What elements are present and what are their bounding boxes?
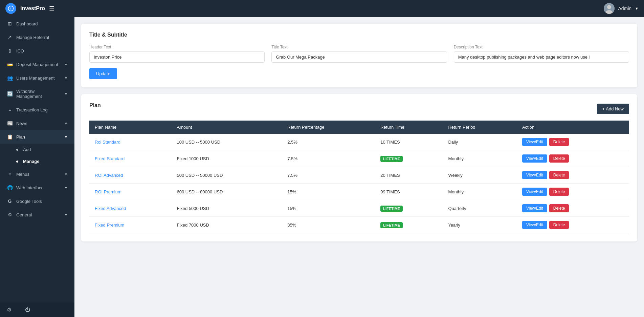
- return-time-value: 10 TIMES: [380, 140, 400, 145]
- plan-heading: Plan: [89, 102, 101, 108]
- withdraw-icon: 🔄: [7, 91, 13, 97]
- settings-icon[interactable]: ⚙: [7, 307, 12, 313]
- view-edit-button[interactable]: View/Edit: [522, 188, 547, 196]
- plan-name-link[interactable]: Fixed Premium: [95, 223, 124, 228]
- cell-amount: 600 USD -- 80000 USD: [171, 184, 282, 200]
- update-button[interactable]: Update: [89, 68, 117, 79]
- col-return-period: Return Period: [443, 121, 517, 134]
- sidebar-item-plan[interactable]: 📋 Plan ▼: [0, 130, 74, 144]
- users-chevron-icon: ▼: [64, 76, 68, 80]
- sidebar-item-general[interactable]: ⚙ General ▼: [0, 208, 74, 221]
- sidebar-item-dashboard[interactable]: ⊞ Dashboard: [0, 17, 74, 30]
- col-return-time: Return Time: [375, 121, 443, 134]
- delete-button[interactable]: Delete: [549, 154, 569, 163]
- sidebar-item-menus[interactable]: ≡ Menus ▼: [0, 167, 74, 181]
- delete-button[interactable]: Delete: [549, 204, 569, 212]
- plan-add-dot: [16, 149, 18, 151]
- sidebar-item-google-tools[interactable]: G Google Tools: [0, 194, 74, 208]
- cell-return-pct: 2.5%: [282, 134, 375, 150]
- view-edit-button[interactable]: View/Edit: [522, 204, 547, 212]
- sidebar-item-users-management[interactable]: 👥 Users Management ▼: [0, 71, 74, 85]
- admin-name[interactable]: Admin: [618, 6, 631, 11]
- app-name: InvestPro: [20, 5, 45, 12]
- plan-chevron-icon: ▼: [64, 135, 68, 139]
- sidebar-item-deposit-management[interactable]: 💳 Deposit Management ▼: [0, 58, 74, 71]
- action-buttons: View/Edit Delete: [522, 221, 624, 229]
- plan-name-link[interactable]: ROI Advanced: [95, 173, 123, 178]
- ico-icon: ₿: [7, 48, 13, 54]
- svg-point-3: [607, 5, 611, 9]
- view-edit-button[interactable]: View/Edit: [522, 154, 547, 163]
- admin-chevron-icon[interactable]: ▼: [635, 6, 639, 10]
- return-time-value: 20 TIMES: [380, 173, 400, 178]
- view-edit-button[interactable]: View/Edit: [522, 138, 547, 146]
- cell-amount: 100 USD -- 5000 USD: [171, 134, 282, 150]
- cell-return-period: Yearly: [443, 217, 517, 233]
- sidebar-label-web-interface: Web Interface: [16, 185, 61, 190]
- sidebar-sub-plan-manage[interactable]: Manage: [0, 155, 74, 167]
- sidebar-item-web-interface[interactable]: 🌐 Web Interface ▼: [0, 181, 74, 194]
- cell-plan-name: Fixed Advanced: [89, 200, 171, 217]
- sidebar-label-manage-referral: Manage Referral: [16, 35, 68, 40]
- title-subtitle-heading: Title & Subtitle: [89, 32, 629, 38]
- cell-return-time: 99 TIMES: [375, 184, 443, 200]
- avatar: [604, 3, 615, 14]
- col-return-pct: Return Percentage: [282, 121, 375, 134]
- header-text-group: Header Text: [89, 45, 265, 63]
- plan-card: Plan + Add New Plan Name Amount Return P…: [81, 94, 637, 241]
- withdraw-chevron-icon: ▼: [64, 92, 68, 96]
- cell-action: View/Edit Delete: [517, 200, 629, 217]
- dashboard-icon: ⊞: [7, 21, 13, 26]
- description-text-group: Description Text: [454, 45, 629, 63]
- plan-table-head: Plan Name Amount Return Percentage Retur…: [89, 121, 629, 134]
- delete-button[interactable]: Delete: [549, 188, 569, 196]
- title-text-input[interactable]: [271, 51, 447, 63]
- delete-button[interactable]: Delete: [549, 221, 569, 229]
- header-text-input[interactable]: [89, 51, 265, 63]
- plan-icon: 📋: [7, 134, 13, 140]
- cell-plan-name: Fixed Premium: [89, 217, 171, 233]
- sidebar-item-transaction-log[interactable]: ≡ Transaction Log: [0, 103, 74, 117]
- plan-name-link[interactable]: Fixed Advanced: [95, 206, 126, 211]
- topbar-right: Admin ▼: [604, 3, 639, 14]
- title-subtitle-form-row: Header Text Title Text Description Text: [89, 45, 629, 63]
- sidebar-item-news[interactable]: 📰 News ▼: [0, 117, 74, 130]
- power-icon[interactable]: ⏻: [25, 307, 30, 313]
- deposit-icon: 💳: [7, 62, 13, 67]
- cell-return-pct: 15%: [282, 184, 375, 200]
- view-edit-button[interactable]: View/Edit: [522, 221, 547, 229]
- title-text-label: Title Text: [271, 45, 447, 49]
- plan-name-link[interactable]: Roi Standard: [95, 140, 120, 145]
- sidebar-bottom: ⚙ ⏻: [0, 302, 74, 317]
- cell-amount: Fixed 1000 USD: [171, 150, 282, 167]
- delete-button[interactable]: Delete: [549, 138, 569, 146]
- view-edit-button[interactable]: View/Edit: [522, 171, 547, 179]
- sidebar-item-withdraw-management[interactable]: 🔄 Withdraw Management ▼: [0, 85, 74, 103]
- topbar-left: i InvestPro ☰: [5, 3, 54, 14]
- plan-name-link[interactable]: ROI Premium: [95, 189, 121, 194]
- add-new-button[interactable]: + Add New: [597, 104, 629, 114]
- action-buttons: View/Edit Delete: [522, 171, 624, 179]
- cell-plan-name: ROI Premium: [89, 184, 171, 200]
- delete-button[interactable]: Delete: [549, 171, 569, 179]
- hamburger-icon[interactable]: ☰: [49, 5, 54, 12]
- title-text-group: Title Text: [271, 45, 447, 63]
- cell-return-time: LIFETIME: [375, 200, 443, 217]
- cell-return-time: 20 TIMES: [375, 167, 443, 184]
- plan-table-wrap: Plan Name Amount Return Percentage Retur…: [89, 121, 629, 233]
- cell-amount: Fixed 7000 USD: [171, 217, 282, 233]
- action-buttons: View/Edit Delete: [522, 188, 624, 196]
- cell-plan-name: ROI Advanced: [89, 167, 171, 184]
- sidebar-label-menus: Menus: [16, 172, 61, 177]
- description-text-input[interactable]: [454, 51, 629, 63]
- google-icon: G: [7, 198, 13, 204]
- sidebar-item-manage-referral[interactable]: ↗ Manage Referral: [0, 30, 74, 44]
- web-chevron-icon: ▼: [64, 186, 68, 190]
- cell-return-period: Monthly: [443, 184, 517, 200]
- sidebar-sub-plan-add[interactable]: Add: [0, 144, 74, 155]
- menus-icon: ≡: [7, 171, 13, 177]
- col-plan-name: Plan Name: [89, 121, 171, 134]
- general-icon: ⚙: [7, 212, 13, 217]
- sidebar-item-ico[interactable]: ₿ ICO: [0, 44, 74, 58]
- plan-name-link[interactable]: Fixed Standard: [95, 156, 125, 161]
